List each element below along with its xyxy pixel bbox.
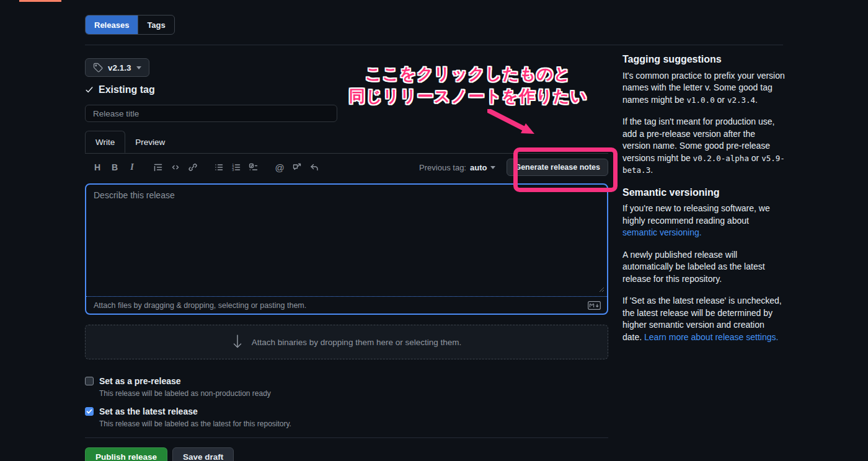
chevron-down-icon xyxy=(136,66,141,69)
resize-grip[interactable] xyxy=(599,284,604,295)
existing-tag-label: Existing tag xyxy=(99,84,155,95)
tab-write[interactable]: Write xyxy=(85,131,125,153)
semantic-versioning-heading: Semantic versioning xyxy=(622,187,785,199)
generate-release-notes-button[interactable]: Generate release notes xyxy=(507,159,608,176)
reply-icon[interactable] xyxy=(306,159,323,176)
semver-paragraph-1: If you're new to releasing software, we … xyxy=(622,203,785,239)
release-description-textarea[interactable] xyxy=(86,185,607,296)
down-arrow-icon xyxy=(232,333,243,351)
tab-loading-indicator xyxy=(19,0,61,2)
pre-release-option: Set as a pre-release This release will b… xyxy=(85,375,608,398)
pre-release-checkbox[interactable] xyxy=(85,377,94,385)
tab-preview[interactable]: Preview xyxy=(125,131,175,153)
markdown-toolbar: H B I xyxy=(85,154,608,181)
code-span: v2.3.4 xyxy=(727,95,755,105)
mention-icon[interactable]: @ xyxy=(271,159,288,176)
publish-release-button[interactable]: Publish release xyxy=(85,447,167,461)
binaries-hint: Attach binaries by dropping them here or… xyxy=(252,338,461,347)
selected-tag-label: v2.1.3 xyxy=(108,63,131,72)
code-span: v1.0.0 xyxy=(687,95,715,105)
binaries-dropzone[interactable]: Attach binaries by dropping them here or… xyxy=(85,325,608,359)
cross-reference-icon[interactable] xyxy=(288,159,306,176)
semver-paragraph-2: A newly published release will automatic… xyxy=(622,249,785,286)
divider xyxy=(85,437,608,438)
choose-tag-dropdown[interactable]: v2.1.3 xyxy=(85,58,149,77)
heading-icon[interactable]: H xyxy=(89,159,106,176)
release-settings-link[interactable]: Learn more about release settings. xyxy=(644,332,778,342)
tab-tags[interactable]: Tags xyxy=(138,15,174,34)
pre-release-description: This release will be labeled as non-prod… xyxy=(99,389,271,398)
tag-icon xyxy=(93,63,103,72)
release-description-editor: Attach files by dragging & dropping, sel… xyxy=(85,183,608,315)
previous-tag-dropdown[interactable]: Previous tag: auto xyxy=(419,163,495,172)
tagging-suggestions-section: Tagging suggestions It's common practice… xyxy=(622,53,785,177)
semantic-versioning-link[interactable]: semantic versioning. xyxy=(622,227,702,237)
latest-release-label: Set as the latest release xyxy=(99,406,291,417)
releases-tags-switcher: Releases Tags xyxy=(85,15,175,35)
attach-files-bar[interactable]: Attach files by dragging & dropping, sel… xyxy=(86,296,607,314)
svg-text:3: 3 xyxy=(232,168,234,172)
italic-icon[interactable]: I xyxy=(123,159,141,176)
tagging-paragraph-1: It's common practice to prefix your vers… xyxy=(622,70,785,107)
attach-files-hint: Attach files by dragging & dropping, sel… xyxy=(94,301,306,310)
latest-release-checkbox[interactable] xyxy=(85,407,94,416)
unordered-list-icon[interactable] xyxy=(210,159,228,176)
editor-tabbar: Write Preview xyxy=(85,131,608,154)
semver-paragraph-3: If 'Set as the latest release' is unchec… xyxy=(622,295,785,343)
check-icon xyxy=(85,86,94,94)
latest-release-option: Set as the latest release This release w… xyxy=(85,406,608,428)
bold-icon[interactable]: B xyxy=(106,159,123,176)
previous-tag-label: Previous tag: xyxy=(419,163,466,172)
previous-tag-value: auto xyxy=(470,163,487,172)
release-help-sidebar: Tagging suggestions It's common practice… xyxy=(622,53,785,353)
task-list-icon[interactable] xyxy=(245,159,262,176)
code-span: v0.2.0-alpha xyxy=(693,154,749,163)
pre-release-label: Set as a pre-release xyxy=(99,375,271,387)
save-draft-button[interactable]: Save draft xyxy=(172,447,234,461)
link-icon[interactable] xyxy=(184,159,202,176)
latest-release-description: This release will be labeled as the late… xyxy=(99,419,291,428)
markdown-icon[interactable] xyxy=(588,301,601,310)
release-form: Releases Tags v2.1.3 Existing tag Write … xyxy=(85,0,608,461)
chevron-down-icon xyxy=(490,166,495,169)
tab-releases[interactable]: Releases xyxy=(86,15,138,34)
tagging-suggestions-heading: Tagging suggestions xyxy=(622,53,785,66)
semantic-versioning-section: Semantic versioning If you're new to rel… xyxy=(622,187,785,344)
quote-icon[interactable] xyxy=(149,159,167,176)
code-icon[interactable] xyxy=(167,159,184,176)
ordered-list-icon[interactable]: 1 2 3 xyxy=(228,159,245,176)
release-title-input[interactable] xyxy=(85,105,337,122)
tagging-paragraph-2: If the tag isn't meant for production us… xyxy=(622,116,785,177)
